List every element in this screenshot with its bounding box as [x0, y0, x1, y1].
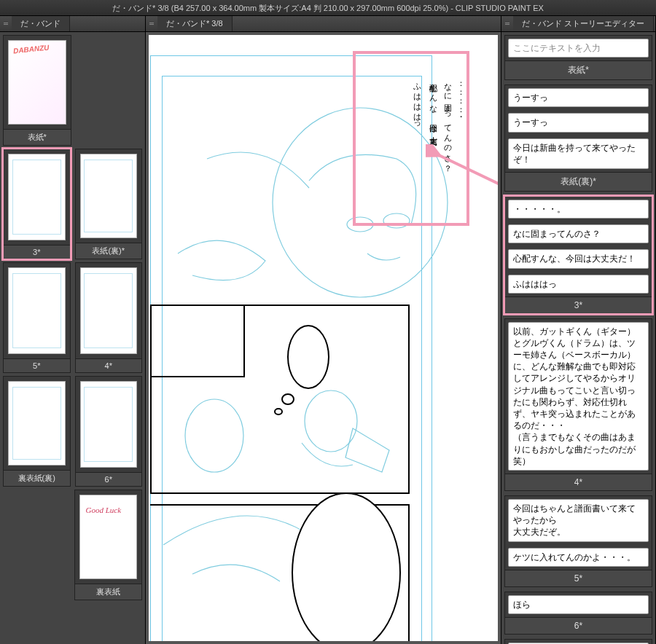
thumbnail-label: 裏表紙(裏)	[4, 470, 70, 486]
speech-bubble	[292, 492, 401, 641]
page-manager-panel: だ・バンド 表紙*3*表紙(裏)*5*4*裏表紙(裏)6*裏表紙	[0, 16, 146, 644]
page-manager-header[interactable]: だ・バンド	[0, 16, 145, 32]
story-editor-tab[interactable]: だ・バンド ストーリーエディター	[513, 16, 654, 31]
story-text-input[interactable]: ・・・・・。	[508, 200, 649, 219]
thumbnail-label: 裏表紙	[75, 584, 142, 600]
story-editor-header[interactable]: だ・バンド ストーリーエディター	[501, 16, 655, 32]
page-thumbnail[interactable]: 4*	[75, 262, 143, 373]
story-page-label: 3*	[505, 297, 652, 313]
story-page-label: 表紙(裏)*	[505, 172, 652, 191]
story-page-group[interactable]: ・・・・・。なに固まってんのさ？心配すんな、今回は大丈夫だ！ふはははっ3*	[504, 196, 652, 314]
thumbnail-image	[80, 154, 138, 238]
page-thumbnail[interactable]: 表紙*	[3, 35, 71, 146]
drag-handle-icon[interactable]	[147, 23, 156, 25]
canvas[interactable]: ：：：：・ なに固まってんのさ？ 心配すんな 今回は大丈夫だ！ ふはははっ	[149, 35, 498, 641]
story-text-input[interactable]: 心配すんな、今回は大丈夫だ！	[508, 249, 649, 268]
svg-point-2	[383, 213, 410, 228]
svg-point-3	[185, 399, 243, 472]
story-page-group[interactable]: ここにテキストを入力表紙*	[504, 35, 652, 80]
story-text-input[interactable]: 以前、ガットギくん（ギター）とグルヴくん（ドラム）は、ツーモ姉さん（ベースボーカ…	[508, 322, 649, 471]
story-text-input[interactable]: うーすっ	[508, 113, 649, 132]
story-page-group[interactable]: うーすっうーすっ今日は新曲を持って来てやったぞ！表紙(裏)*	[504, 85, 652, 192]
thumbnail-label: 表紙(裏)*	[76, 243, 142, 259]
story-text-input[interactable]: ここにテキストを入力	[508, 39, 649, 58]
thumbnail-image	[80, 381, 138, 468]
drag-handle-icon[interactable]	[503, 23, 512, 25]
page-thumbnail[interactable]: 裏表紙	[74, 490, 143, 600]
thumbnail-image	[8, 381, 66, 466]
story-page-label: 5*	[505, 570, 652, 586]
story-page-label: 表紙*	[505, 60, 652, 79]
svg-point-1	[347, 217, 373, 232]
thumbnail-image	[79, 495, 138, 579]
thumbnail-image	[8, 154, 66, 240]
thumbnail-image	[8, 267, 66, 354]
story-page-label: 4*	[505, 474, 652, 490]
speech-bubble	[287, 325, 329, 389]
svg-point-0	[273, 108, 448, 297]
story-page-group[interactable]: ほら6*	[504, 592, 652, 635]
page-thumbnail[interactable]: 裏表紙(裏)	[3, 376, 71, 487]
story-text-input[interactable]: 今回はちゃんと譜面書いて来てやったから 大丈夫だぞ。	[508, 499, 649, 542]
thumbnail-label: 5*	[4, 358, 70, 372]
thought-dot	[281, 393, 294, 405]
drag-handle-icon[interactable]	[1, 23, 10, 25]
canvas-tab[interactable]: だ・バンド* 3/8	[157, 16, 233, 31]
page-thumbnails-body: 表紙*3*表紙(裏)*5*4*裏表紙(裏)6*裏表紙	[0, 32, 145, 644]
canvas-body: ：：：：・ なに固まってんのさ？ 心配すんな 今回は大丈夫だ！ ふはははっ	[146, 32, 501, 644]
thumbnail-image	[80, 267, 138, 354]
workspace-columns: だ・バンド 表紙*3*表紙(裏)*5*4*裏表紙(裏)6*裏表紙 だ・バンド* …	[0, 16, 656, 644]
page-thumbnail[interactable]: 表紙(裏)*	[75, 149, 143, 259]
page-thumbnail[interactable]: 6*	[75, 376, 143, 487]
story-text-input[interactable]: ふはははっ	[508, 275, 649, 294]
thumbnail-label: 4*	[76, 358, 142, 372]
story-text-input[interactable]: うーすっ	[508, 88, 649, 107]
story-page-group[interactable]: ここにテキストを入力裏表紙(裏)	[504, 639, 652, 644]
story-text-input[interactable]: ケツに入れてんのかよ・・・。	[508, 548, 649, 567]
thumbnail-label: 6*	[76, 472, 142, 486]
story-page-group[interactable]: 以前、ガットギくん（ギター）とグルヴくん（ドラム）は、ツーモ姉さん（ベースボーカ…	[504, 318, 652, 491]
story-page-group[interactable]: 今回はちゃんと譜面書いて来てやったから 大丈夫だぞ。ケツに入れてんのかよ・・・。…	[504, 495, 652, 587]
canvas-panel: だ・バンド* 3/8 ：：：：・ なに固まってんのさ？ 心配すんな 今回は大丈夫…	[146, 16, 501, 644]
story-page-label: 6*	[505, 617, 652, 634]
story-text-input[interactable]: なに固まってんのさ？	[508, 224, 649, 243]
thumbnail-label: 3*	[4, 245, 70, 259]
story-text-input[interactable]: 今日は新曲を持って来てやったぞ！	[508, 138, 649, 169]
page-manager-tab[interactable]: だ・バンド	[12, 16, 70, 31]
thumbnail-label: 表紙*	[4, 129, 71, 145]
thumbnail-image	[8, 40, 66, 125]
thought-dot	[274, 408, 283, 415]
canvas-header[interactable]: だ・バンド* 3/8	[146, 16, 501, 32]
story-editor-body: ここにテキストを入力表紙*うーすっうーすっ今日は新曲を持って来てやったぞ！表紙(…	[501, 32, 655, 644]
window-titlebar: だ・バンド* 3/8 (B4 257.00 x 364.00mm 製本サイズ:A…	[0, 0, 656, 16]
page-thumbnail[interactable]: 3*	[3, 149, 71, 259]
story-text-input[interactable]: ほら	[508, 595, 649, 614]
page-thumbnail[interactable]: 5*	[3, 262, 71, 373]
story-editor-panel: だ・バンド ストーリーエディター ここにテキストを入力表紙*うーすっうーすっ今日…	[501, 16, 656, 644]
